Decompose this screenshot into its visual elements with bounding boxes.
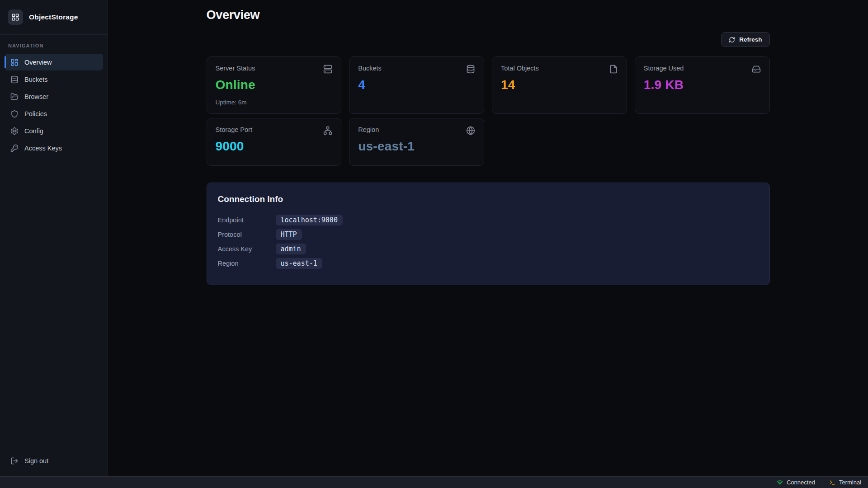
stat-card-storage-used: Storage Used 1.9 KB [635, 56, 770, 114]
stat-label: Storage Used [644, 65, 684, 72]
sidebar-item-browser[interactable]: Browser [5, 88, 103, 105]
refresh-button[interactable]: Refresh [721, 32, 769, 47]
sidebar-item-access-keys[interactable]: Access Keys [5, 140, 103, 156]
status-bar: Connected Terminal [0, 476, 868, 488]
grid-icon [11, 13, 19, 21]
wifi-icon [777, 479, 783, 486]
protocol-value: HTTP [276, 229, 302, 240]
stat-card-storage-port: Storage Port 9000 [207, 118, 342, 166]
connection-row-label: Endpoint [218, 216, 276, 224]
sidebar-item-config[interactable]: Config [5, 122, 103, 139]
sidebar-item-label: Config [24, 127, 43, 135]
stat-value: 1.9 KB [644, 78, 761, 92]
sign-out-label: Sign out [24, 457, 48, 465]
stat-value: Online [216, 78, 333, 92]
folder-open-icon [10, 93, 19, 101]
main-area: Overview Refresh Server Status Online Up… [108, 0, 868, 476]
nav-section-label: NAVIGATION [8, 43, 99, 48]
connection-row-label: Region [218, 260, 276, 267]
terminal-icon [829, 479, 835, 486]
connection-row-label: Access Key [218, 245, 276, 253]
connection-row-protocol: Protocol HTTP [218, 229, 759, 240]
sidebar-item-policies[interactable]: Policies [5, 105, 103, 122]
app-logo [8, 9, 23, 25]
connection-row-access-key: Access Key admin [218, 243, 759, 255]
terminal-label: Terminal [839, 479, 861, 486]
stat-cards-grid: Server Status Online Uptime: 6m Buckets … [207, 56, 770, 166]
connection-info-title: Connection Info [218, 194, 759, 204]
sidebar-item-label: Access Keys [24, 145, 62, 152]
stat-label: Region [358, 126, 379, 133]
file-icon [609, 65, 618, 74]
region-value: us-east-1 [276, 258, 322, 269]
stat-value: 9000 [216, 139, 333, 154]
sidebar-item-buckets[interactable]: Buckets [5, 71, 103, 88]
stat-label: Total Objects [501, 65, 539, 72]
dashboard-icon [10, 58, 19, 66]
app-title: ObjectStorage [29, 13, 78, 21]
page-title: Overview [207, 8, 770, 22]
app-brand: ObjectStorage [0, 0, 108, 35]
sidebar: ObjectStorage NAVIGATION Overview Bucket… [0, 0, 108, 476]
toolbar: Refresh [207, 32, 770, 47]
sidebar-item-label: Buckets [24, 76, 48, 83]
stat-value: us-east-1 [358, 139, 475, 154]
network-icon [323, 126, 332, 135]
stat-card-region: Region us-east-1 [349, 118, 484, 166]
globe-icon [466, 126, 475, 135]
connection-status-label: Connected [787, 479, 815, 486]
access-key-value: admin [276, 244, 306, 254]
database-icon [466, 65, 475, 74]
stat-label: Buckets [358, 65, 382, 72]
sidebar-item-label: Policies [24, 110, 47, 117]
key-icon [10, 144, 19, 152]
database-icon [10, 75, 19, 84]
stat-card-total-objects: Total Objects 14 [492, 56, 627, 114]
stat-value: 14 [501, 78, 618, 92]
sign-out-button[interactable]: Sign out [5, 452, 103, 469]
server-icon [323, 65, 332, 74]
stat-label: Server Status [216, 65, 255, 72]
stat-label: Storage Port [216, 126, 252, 133]
sidebar-nav: NAVIGATION Overview Buckets Browser Poli… [0, 35, 108, 157]
endpoint-value: localhost:9000 [276, 215, 343, 225]
stat-card-server-status: Server Status Online Uptime: 6m [207, 56, 342, 114]
sidebar-item-label: Overview [24, 59, 52, 66]
stat-card-buckets: Buckets 4 [349, 56, 484, 114]
sidebar-item-label: Browser [24, 93, 48, 100]
connection-row-label: Protocol [218, 231, 276, 238]
gear-icon [10, 127, 19, 135]
hard-drive-icon [752, 65, 761, 74]
connection-info-panel: Connection Info Endpoint localhost:9000 … [207, 183, 770, 285]
log-out-icon [10, 457, 19, 465]
refresh-label: Refresh [739, 36, 762, 43]
connection-row-endpoint: Endpoint localhost:9000 [218, 214, 759, 226]
connection-row-region: Region us-east-1 [218, 258, 759, 269]
sidebar-item-overview[interactable]: Overview [5, 54, 103, 70]
shield-icon [10, 110, 19, 118]
refresh-icon [729, 37, 735, 43]
stat-subtext: Uptime: 6m [216, 99, 333, 106]
terminal-toggle[interactable]: Terminal [822, 477, 868, 488]
connection-status: Connected [770, 477, 822, 488]
stat-value: 4 [358, 78, 475, 92]
